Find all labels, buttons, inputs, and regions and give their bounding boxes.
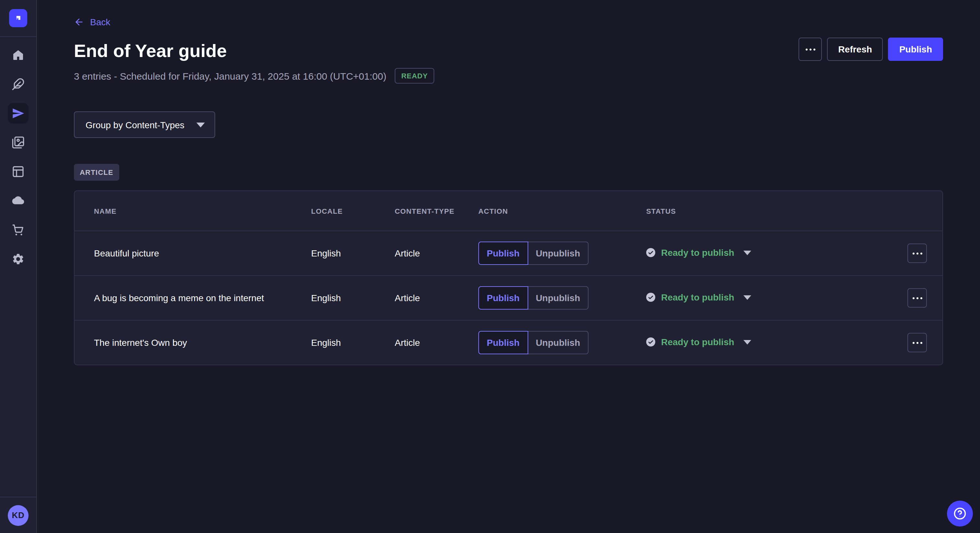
header-actions: Refresh Publish: [799, 38, 943, 84]
toolbar: Group by Content-Types: [74, 111, 943, 138]
column-header-name: NAME: [94, 207, 311, 215]
layout-icon: [12, 165, 25, 178]
avatar[interactable]: KD: [8, 505, 29, 525]
row-more-button[interactable]: [907, 244, 927, 263]
column-header-content-type: CONTENT-TYPE: [395, 207, 478, 215]
table-header-row: NAME LOCALE CONTENT-TYPE ACTION STATUS: [75, 191, 942, 230]
page-subtitle: 3 entries - Scheduled for Friday, Januar…: [74, 70, 386, 81]
entry-content-type: Article: [395, 248, 478, 259]
page-header: Back End of Year guide 3 entries - Sched…: [74, 0, 943, 84]
status-badge: READY: [395, 68, 434, 84]
header-left: Back End of Year guide 3 entries - Sched…: [74, 17, 434, 84]
status-label: Ready to publish: [661, 292, 734, 303]
ellipsis-icon: [806, 48, 815, 50]
sidebar-item-releases[interactable]: [8, 103, 29, 124]
ellipsis-icon: [912, 342, 922, 344]
status-label: Ready to publish: [661, 337, 734, 347]
entries-table: NAME LOCALE CONTENT-TYPE ACTION STATUS B…: [74, 190, 943, 365]
entry-locale: English: [311, 248, 395, 259]
sidebar-nav: [0, 37, 36, 497]
strapi-logo: [9, 9, 27, 27]
chevron-down-icon: [743, 339, 751, 344]
refresh-button[interactable]: Refresh: [827, 38, 883, 61]
feather-icon: [12, 78, 25, 90]
column-header-action: ACTION: [478, 207, 646, 215]
cloud-icon: [12, 194, 25, 207]
row-publish-button[interactable]: Publish: [478, 286, 528, 309]
entry-content-type: Article: [395, 338, 478, 348]
sidebar-item-settings[interactable]: [8, 249, 29, 270]
group-by-dropdown[interactable]: Group by Content-Types: [74, 111, 215, 138]
check-circle-icon: [646, 338, 655, 346]
images-icon: [12, 136, 25, 149]
column-header-status: STATUS: [646, 207, 892, 215]
row-publish-button[interactable]: Publish: [478, 331, 528, 354]
sidebar-item-content-type-builder[interactable]: [8, 161, 29, 182]
sidebar-footer: KD: [0, 497, 36, 533]
row-publish-button[interactable]: Publish: [478, 241, 528, 265]
column-header-locale: LOCALE: [311, 207, 395, 215]
status-dropdown[interactable]: Ready to publish: [646, 337, 751, 347]
entry-name: A bug is becoming a meme on the internet: [94, 293, 311, 303]
status-label: Ready to publish: [661, 247, 734, 258]
content-type-group-badge: ARTICLE: [74, 164, 119, 181]
table-row: Beautiful picture English Article Publis…: [75, 230, 942, 275]
more-options-button[interactable]: [799, 38, 822, 61]
status-dropdown[interactable]: Ready to publish: [646, 292, 751, 303]
sidebar-item-marketplace[interactable]: [8, 219, 29, 240]
sidebar-item-home[interactable]: [8, 45, 29, 65]
publish-toggle: Publish Unpublish: [478, 286, 589, 309]
gear-icon: [12, 252, 25, 265]
status-dropdown[interactable]: Ready to publish: [646, 247, 751, 258]
row-more-button[interactable]: [907, 333, 927, 352]
publish-toggle: Publish Unpublish: [478, 241, 589, 265]
ellipsis-icon: [912, 252, 922, 254]
group-by-label: Group by Content-Types: [86, 119, 185, 130]
sidebar-item-media-library[interactable]: [8, 132, 29, 153]
back-link[interactable]: Back: [74, 17, 110, 27]
table-row: The internet's Own boy English Article P…: [75, 320, 942, 365]
entry-content-type: Article: [395, 293, 478, 303]
publish-toggle: Publish Unpublish: [478, 331, 589, 354]
check-circle-icon: [646, 293, 655, 302]
subtitle-row: 3 entries - Scheduled for Friday, Januar…: [74, 68, 434, 84]
sidebar: KD: [0, 0, 37, 533]
circle-question-icon: [953, 506, 967, 521]
back-label: Back: [90, 17, 110, 27]
ellipsis-icon: [912, 297, 922, 299]
chevron-down-icon: [743, 250, 751, 255]
chevron-down-icon: [743, 295, 751, 300]
main-content: Back End of Year guide 3 entries - Sched…: [37, 0, 980, 533]
entry-locale: English: [311, 293, 395, 303]
app-window: KD Back End of Year guide 3 entries - Sc…: [0, 0, 980, 533]
help-button[interactable]: [947, 501, 973, 527]
row-unpublish-button[interactable]: Unpublish: [528, 331, 589, 354]
page-title: End of Year guide: [74, 40, 434, 62]
sidebar-logo-area: [0, 0, 36, 37]
chevron-down-icon: [196, 122, 205, 127]
entry-locale: English: [311, 338, 395, 348]
row-more-button[interactable]: [907, 288, 927, 308]
group-badge-row: ARTICLE: [74, 164, 943, 181]
entry-name: Beautiful picture: [94, 248, 311, 259]
sidebar-item-deploy[interactable]: [8, 190, 29, 211]
row-unpublish-button[interactable]: Unpublish: [528, 286, 589, 309]
arrow-left-icon: [74, 17, 84, 27]
check-circle-icon: [646, 248, 655, 257]
row-unpublish-button[interactable]: Unpublish: [528, 241, 589, 265]
publish-button[interactable]: Publish: [888, 38, 943, 61]
home-icon: [12, 49, 25, 62]
sidebar-item-content-manager[interactable]: [8, 74, 29, 95]
entry-name: The internet's Own boy: [94, 338, 311, 348]
paper-plane-icon: [12, 107, 25, 120]
table-row: A bug is becoming a meme on the internet…: [75, 275, 942, 320]
cart-icon: [12, 224, 25, 236]
